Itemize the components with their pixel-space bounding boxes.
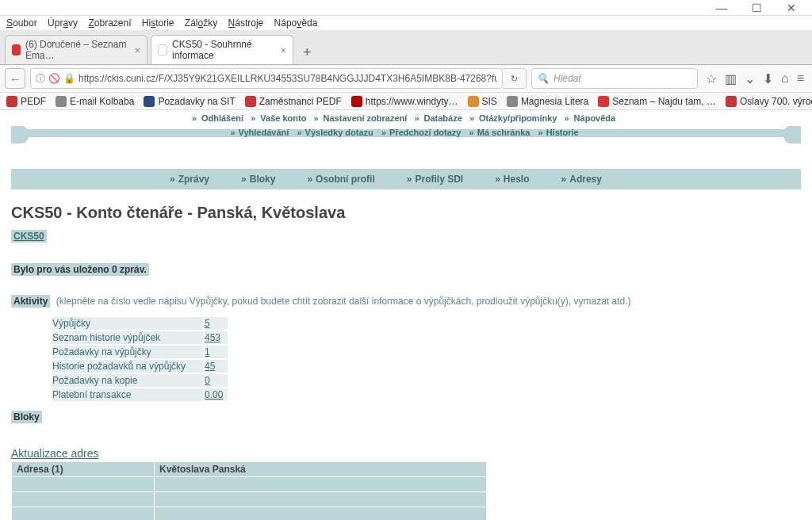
favicon-icon xyxy=(158,44,167,55)
permission-icon[interactable]: 🚫 xyxy=(48,73,60,84)
tab-profile[interactable]: Osobní profil xyxy=(316,174,375,185)
bookmark-item[interactable]: Magnesia Litera xyxy=(507,96,588,107)
browser-tab-1[interactable]: (6) Doručené – Seznam Ema… × xyxy=(5,35,147,64)
search-placeholder: Hledat xyxy=(553,73,581,84)
reload-button[interactable]: ↻ xyxy=(503,68,527,89)
bookmark-item[interactable]: E-mail Kolbaba xyxy=(56,96,134,107)
subnav-results[interactable]: Výsledky dotazu xyxy=(305,128,373,137)
nav-ribbon: »Vyhledávání »Výsledky dotazu »Předchozí… xyxy=(11,126,801,145)
activities-hint: (klepněte na číslo vedle nápisu Výpůjčky… xyxy=(56,296,631,307)
minimize-button[interactable]: — xyxy=(704,0,739,16)
page-title: CKS50 - Konto čtenáře - Panská, Květosla… xyxy=(11,204,801,222)
tab-messages[interactable]: Zprávy xyxy=(178,174,209,185)
tab-title: CKS50 - Souhrnné informace xyxy=(172,39,275,61)
table-row: Požadavky na výpůjčky1 xyxy=(52,346,228,358)
nav-feedback[interactable]: Otázky/připomínky xyxy=(479,113,557,123)
tab-title: (6) Doručené – Seznam Ema… xyxy=(25,39,129,61)
tab-addresses[interactable]: Adresy xyxy=(569,174,602,185)
library-code-link[interactable]: CKS50 xyxy=(11,230,47,243)
loan-history-link[interactable]: 453 xyxy=(205,332,220,343)
bookmark-item[interactable]: SIS xyxy=(468,96,497,107)
app-menubar: SSouboroubor Úpravy Zobrazení Historie Z… xyxy=(0,16,812,30)
menu-tools[interactable]: Nástroje xyxy=(228,17,264,29)
section-blocks: Bloky xyxy=(11,411,42,423)
bookmark-item[interactable]: Seznam – Najdu tam, … xyxy=(598,96,716,107)
hold-requests-link[interactable]: 1 xyxy=(205,346,210,358)
hold-history-link[interactable]: 45 xyxy=(205,361,215,372)
browser-tab-2[interactable]: CKS50 - Souhrnné informace × xyxy=(151,35,293,64)
messages-count: Bylo pro vás uloženo 0 zpráv. xyxy=(11,263,149,276)
library-icon[interactable]: ▥ xyxy=(725,71,737,86)
subnav-mailbox[interactable]: Má schránka xyxy=(477,128,530,137)
home-icon[interactable]: ⌂ xyxy=(781,71,789,86)
table-row: Platební transakce0.00 xyxy=(52,388,228,401)
copy-requests-link[interactable]: 0 xyxy=(205,375,210,386)
favicon-icon xyxy=(12,44,21,55)
menu-edit[interactable]: Úpravy xyxy=(48,17,78,29)
tab-password[interactable]: Heslo xyxy=(504,174,530,185)
menu-icon[interactable]: ≡ xyxy=(797,71,804,86)
searchbox[interactable]: 🔍 Hledat xyxy=(531,68,698,89)
tab-close-icon[interactable]: × xyxy=(280,44,286,56)
bookmarks-bar: PEDF E-mail Kolbaba Pozadavky na SIT Zam… xyxy=(0,93,812,110)
addr-label: Adresa (1) xyxy=(12,462,155,477)
bookmark-item[interactable]: Zaměstnanci PEDF xyxy=(245,96,342,107)
window-titlebar: — ☐ ✕ xyxy=(0,0,812,16)
downloads-icon[interactable]: ⬇ xyxy=(763,71,773,86)
account-tabs: »Zprávy »Bloky »Osobní profil »Profily S… xyxy=(11,169,801,189)
url-input[interactable] xyxy=(79,73,497,84)
page-content: »Odhlášení »Vaše konto »Nastavení zobraz… xyxy=(0,110,812,520)
table-row: Výpůjčky5 xyxy=(52,317,228,330)
menu-view[interactable]: Zobrazení xyxy=(88,17,131,29)
tab-close-icon[interactable]: × xyxy=(134,44,140,56)
cash-transactions-link[interactable]: 0.00 xyxy=(205,389,223,400)
browser-tabstrip: (6) Doručené – Seznam Ema… × CKS50 - Sou… xyxy=(0,30,812,65)
toolbar: ← ⓘ 🚫 🔒 ↻ 🔍 Hledat ☆ ▥ ⌄ ⬇ ⌂ ≡ xyxy=(0,65,812,93)
menu-bookmarks[interactable]: Záložky xyxy=(185,17,217,29)
table-row: Požadavky na kopie0 xyxy=(52,374,228,387)
table-row: Historie požadavků na výpůjčky45 xyxy=(52,360,228,373)
bookmark-item[interactable]: Oslavy 700. výročí nar… xyxy=(726,96,812,107)
nav-logout[interactable]: Odhlášení xyxy=(201,113,243,123)
nav-help[interactable]: Nápověda xyxy=(574,113,616,123)
addressbar[interactable]: ⓘ 🚫 🔒 xyxy=(30,68,503,89)
address-table: Adresa (1)Květoslava Panská E-mail Od30/… xyxy=(11,461,487,520)
nav-database[interactable]: Databáze xyxy=(424,113,462,123)
maximize-button[interactable]: ☐ xyxy=(739,0,774,16)
pocket-icon[interactable]: ⌄ xyxy=(745,71,755,86)
subnav-prev[interactable]: Předchozí dotazy xyxy=(389,128,461,137)
lock-icon: 🔒 xyxy=(63,73,75,84)
section-activities: Aktivity xyxy=(11,295,50,308)
activities-table: Výpůjčky5 Seznam historie výpůjček453 Po… xyxy=(51,315,229,403)
bookmark-item[interactable]: https://www.windyty… xyxy=(351,96,458,107)
subnav-history[interactable]: Historie xyxy=(546,128,579,137)
new-tab-button[interactable]: + xyxy=(297,44,318,64)
info-icon[interactable]: ⓘ xyxy=(36,72,45,86)
bookmark-star-icon[interactable]: ☆ xyxy=(706,71,717,86)
nav-display[interactable]: Nastavení zobrazení xyxy=(324,113,408,123)
nav-account[interactable]: Vaše konto xyxy=(260,113,306,123)
back-button[interactable]: ← xyxy=(5,68,25,89)
bookmark-item[interactable]: Pozadavky na SIT xyxy=(144,96,235,107)
address-update-link[interactable]: Aktualizace adres xyxy=(11,447,99,460)
menu-file[interactable]: SSouboroubor xyxy=(6,17,37,29)
loans-count-link[interactable]: 5 xyxy=(205,318,210,329)
site-topnav: »Odhlášení »Vaše konto »Nastavení zobraz… xyxy=(0,112,812,124)
subnav-search[interactable]: Vyhledávání xyxy=(239,128,289,137)
tab-blocks[interactable]: Bloky xyxy=(250,174,276,185)
search-icon: 🔍 xyxy=(537,73,549,84)
menu-help[interactable]: Nápověda xyxy=(274,17,318,29)
tab-sdi[interactable]: Profily SDI xyxy=(415,174,463,185)
close-button[interactable]: ✕ xyxy=(774,0,809,16)
table-row: Seznam historie výpůjček453 xyxy=(52,331,228,344)
bookmark-item[interactable]: PEDF xyxy=(6,96,46,107)
menu-history[interactable]: Historie xyxy=(142,17,174,29)
addr-value: Květoslava Panská xyxy=(155,462,487,477)
